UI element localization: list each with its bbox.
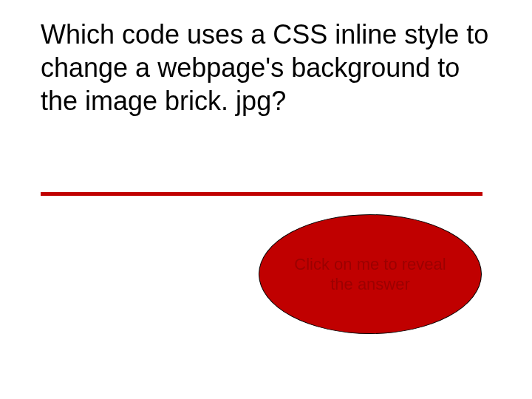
slide-title: Which code uses a CSS inline style to ch… xyxy=(41,18,499,117)
slide: Which code uses a CSS inline style to ch… xyxy=(0,0,532,399)
reveal-answer-label: Click on me to reveal the answer xyxy=(259,254,481,295)
reveal-answer-button[interactable]: Click on me to reveal the answer xyxy=(259,214,482,334)
title-underline xyxy=(41,192,482,196)
